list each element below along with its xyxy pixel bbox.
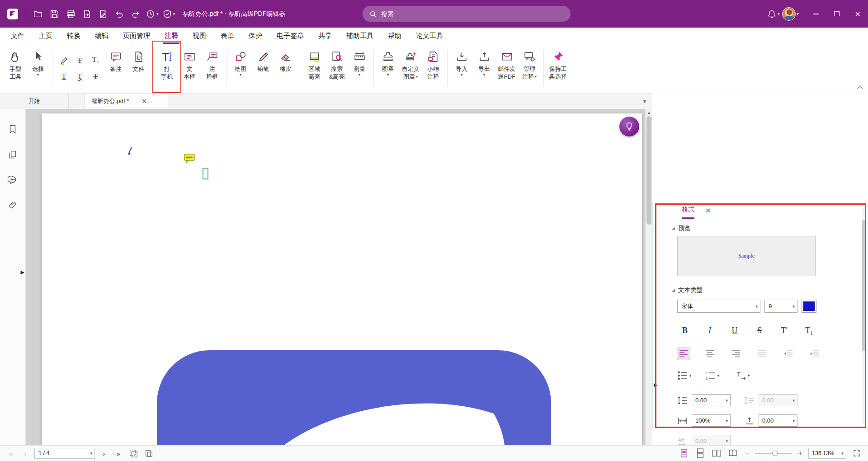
zoom-out-button[interactable]: − [743, 449, 750, 457]
notifications-button[interactable]: ▾ [765, 6, 781, 22]
menu-accessibility[interactable]: 辅助工具 [339, 28, 381, 44]
panel-scrollbar[interactable] [862, 207, 866, 424]
next-page-button[interactable]: › [99, 450, 109, 457]
indent-decrease-button[interactable] [782, 348, 795, 360]
keep-tool-selected-button[interactable]: 保持工具选择 [547, 46, 569, 91]
close-tab-icon[interactable]: ✕ [142, 98, 147, 104]
bullet-list-button[interactable]: ▾ [677, 371, 692, 381]
export-pdf-button[interactable] [79, 6, 94, 22]
word-spacing-input[interactable]: 0.00 ▾ [759, 394, 797, 406]
callout-button[interactable]: 注释框 [201, 46, 223, 91]
history-button[interactable]: ▾ [144, 6, 160, 22]
snapshot-button[interactable] [127, 447, 139, 459]
zoom-slider[interactable] [755, 450, 792, 456]
italic-button[interactable]: I [702, 324, 717, 337]
menu-form[interactable]: 表单 [213, 28, 241, 44]
file-attachment-button[interactable]: 文件 [127, 46, 150, 91]
font-size-select[interactable]: 9 ▾ [764, 300, 797, 313]
measure-button[interactable]: 测量▾ [348, 46, 371, 91]
subscript-button[interactable]: T₁ [802, 324, 817, 337]
open-file-button[interactable] [30, 6, 46, 22]
replace-text-icon[interactable]: T [88, 69, 103, 84]
print-button[interactable] [63, 6, 78, 22]
expand-left-panel-button[interactable]: ▶ [21, 269, 24, 275]
zoom-slider-thumb[interactable] [772, 451, 778, 456]
foxit-logo[interactable] [5, 6, 21, 22]
search-highlight-button[interactable]: 搜索&高亮 [326, 46, 348, 91]
format-tab[interactable]: 格式 [682, 202, 694, 219]
menu-share[interactable]: 共享 [311, 28, 339, 44]
menu-thesis-tools[interactable]: 论文工具 [409, 28, 450, 44]
tab-document[interactable]: 福昕办公.pdf * ✕ [84, 93, 168, 109]
vertical-scrollbar[interactable]: ▲ [645, 109, 652, 445]
menu-view[interactable]: 视图 [185, 28, 213, 44]
superscript-button[interactable]: T′ [777, 324, 792, 337]
bold-button[interactable]: B [677, 324, 693, 337]
area-highlight-button[interactable]: 区域高亮 [303, 46, 326, 91]
scroll-up-icon[interactable]: ▲ [646, 109, 652, 116]
fullscreen-button[interactable] [851, 447, 863, 459]
note-button[interactable]: 备注 [104, 46, 127, 91]
facing-view-button[interactable] [711, 447, 722, 459]
tab-list-button[interactable]: ▼ [642, 99, 647, 104]
note-annotation-icon[interactable] [184, 154, 196, 164]
tab-start[interactable]: 开始 [0, 93, 69, 109]
mail-fdf-button[interactable]: 邮件发送FDF [495, 46, 518, 91]
textbox-button[interactable]: 文本框 [178, 46, 201, 91]
align-center-button[interactable] [703, 348, 716, 360]
continuous-view-button[interactable] [694, 447, 706, 459]
menu-comment[interactable]: 注释 [157, 28, 185, 44]
quick-sign-button[interactable] [95, 6, 111, 22]
redo-button[interactable] [128, 6, 143, 22]
pdf-page[interactable] [42, 113, 642, 445]
eraser-button[interactable]: 橡皮 [274, 46, 297, 91]
protect-status-button[interactable]: ▾ [161, 6, 177, 22]
zoom-in-button[interactable]: + [797, 449, 804, 457]
indent-increase-button[interactable] [808, 348, 821, 360]
underline-button[interactable]: U [727, 324, 742, 337]
bookmarks-panel-button[interactable] [5, 122, 20, 137]
menu-help[interactable]: 帮助 [381, 28, 409, 44]
menu-home[interactable]: 主页 [32, 28, 60, 44]
page-number-input[interactable]: 1 / 4 ▾ [34, 448, 95, 459]
prev-page-button[interactable]: ‹ [20, 450, 31, 457]
font-color-swatch[interactable] [802, 300, 816, 313]
menu-page-manage[interactable]: 页面管理 [116, 28, 157, 44]
first-page-button[interactable]: « [5, 450, 16, 457]
align-left-button[interactable] [677, 348, 690, 360]
close-button[interactable]: × [847, 0, 868, 28]
undo-button[interactable] [112, 6, 127, 22]
last-page-button[interactable]: » [113, 450, 124, 457]
attachments-panel-button[interactable] [5, 198, 20, 213]
section-text-type[interactable]: 文本类型 [672, 286, 868, 294]
manage-comments-button[interactable]: 管理注释▾ [518, 46, 541, 91]
menu-protect[interactable]: 保护 [241, 28, 269, 44]
hand-tool-button[interactable]: 手型工具 [4, 46, 27, 91]
import-comments-button[interactable]: 导入▾ [450, 46, 473, 91]
font-family-select[interactable]: 宋体 ▾ [677, 300, 760, 313]
zoom-level-input[interactable]: 136.13% ▾ [808, 448, 846, 459]
menu-convert[interactable]: 转换 [60, 28, 88, 44]
pages-panel-button[interactable] [5, 147, 20, 162]
assistant-bulb-button[interactable] [619, 117, 639, 136]
drawing-button[interactable]: 绘图▾ [229, 46, 252, 91]
highlight-icon[interactable] [57, 53, 71, 68]
pencil-button[interactable]: 铅笔 [252, 46, 274, 91]
align-right-button[interactable] [730, 348, 742, 360]
text-caret-box[interactable] [203, 168, 208, 179]
strikeout-icon[interactable]: T [72, 53, 87, 68]
baseline-offset-input[interactable]: 0.00 ▾ [759, 414, 797, 427]
close-panel-icon[interactable]: ✕ [705, 207, 711, 215]
panel-scrollbar-thumb[interactable] [862, 220, 865, 351]
typewriter-button[interactable]: 打字机 [156, 46, 178, 91]
account-button[interactable]: ▾ [781, 6, 800, 22]
numbered-list-button[interactable]: 12 ▾ [705, 371, 720, 381]
strikethrough-button[interactable]: S [752, 324, 767, 337]
clipboard-button[interactable] [143, 447, 155, 459]
search-input[interactable] [381, 10, 564, 18]
text-direction-button[interactable]: T ▾ [736, 371, 750, 381]
menu-esign[interactable]: 电子签章 [269, 28, 311, 44]
squiggly-icon[interactable]: T [72, 69, 87, 84]
single-page-view-button[interactable] [678, 447, 690, 459]
minimize-button[interactable] [806, 0, 826, 28]
